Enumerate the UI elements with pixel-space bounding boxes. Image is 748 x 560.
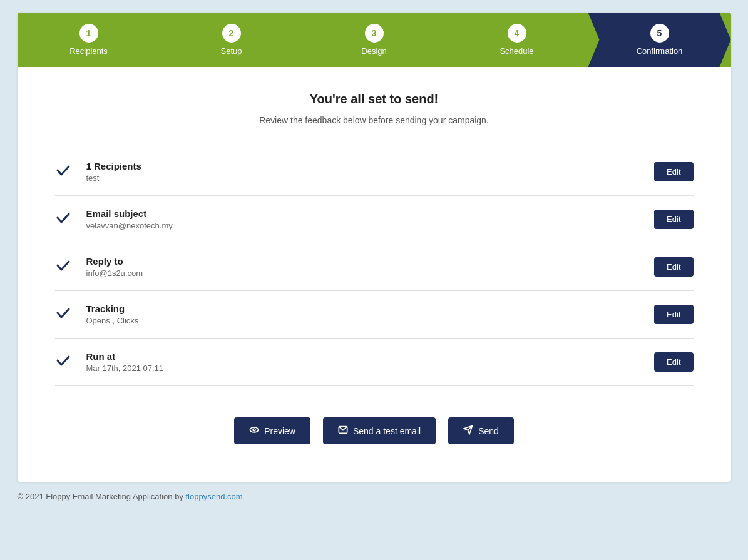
- review-info-5: Run at Mar 17th, 2021 07:11: [86, 351, 655, 373]
- step-2[interactable]: 2 Setup: [160, 13, 303, 67]
- review-section: 1 Recipients test Edit Email subject vel…: [55, 148, 694, 386]
- svg-point-1: [253, 429, 255, 431]
- send-label: Send: [478, 426, 499, 436]
- step-number-1: 1: [79, 24, 98, 43]
- test-email-label: Send a test email: [353, 426, 421, 436]
- step-number-4: 4: [508, 24, 526, 43]
- review-row-5: Run at Mar 17th, 2021 07:11 Edit: [55, 339, 694, 386]
- footer-link[interactable]: floppysend.com: [186, 492, 243, 501]
- check-icon-3: [55, 257, 78, 277]
- review-title-1: 1 Recipients: [86, 161, 655, 171]
- review-sub-5: Mar 17th, 2021 07:11: [86, 364, 655, 373]
- review-info-3: Reply to info@1s2u.com: [86, 256, 655, 278]
- envelope-icon: [338, 425, 348, 437]
- step-label-1: Recipients: [69, 46, 108, 56]
- footer: © 2021 Floppy Email Marketing Applicatio…: [18, 482, 731, 511]
- check-icon-2: [55, 210, 78, 230]
- step-number-3: 3: [365, 24, 384, 43]
- review-sub-4: Opens , Clicks: [86, 316, 655, 325]
- review-info-1: 1 Recipients test: [86, 161, 655, 183]
- review-info-2: Email subject velavvan@nexotech.my: [86, 208, 655, 230]
- send-icon: [463, 425, 473, 437]
- step-label-5: Confirmation: [637, 46, 683, 56]
- footer-text: © 2021 Floppy Email Marketing Applicatio…: [18, 492, 186, 501]
- preview-button[interactable]: Preview: [234, 417, 310, 444]
- check-icon-1: [55, 162, 78, 182]
- step-label-2: Setup: [221, 46, 242, 56]
- review-info-4: Tracking Opens , Clicks: [86, 303, 655, 325]
- review-title-2: Email subject: [86, 208, 655, 219]
- send-button[interactable]: Send: [448, 417, 514, 444]
- check-icon-4: [55, 305, 78, 325]
- step-4[interactable]: 4 Schedule: [446, 13, 588, 67]
- edit-button-5[interactable]: Edit: [654, 352, 693, 372]
- review-sub-1: test: [86, 173, 655, 183]
- review-sub-2: velavvan@nexotech.my: [86, 221, 655, 230]
- review-title-5: Run at: [86, 351, 655, 362]
- edit-button-4[interactable]: Edit: [654, 305, 693, 324]
- step-3[interactable]: 3 Design: [303, 13, 446, 67]
- send-test-email-button[interactable]: Send a test email: [323, 417, 436, 444]
- step-label-3: Design: [361, 46, 386, 56]
- step-5[interactable]: 5 Confirmation: [588, 13, 731, 67]
- content-area: You're all set to send! Review the feedb…: [18, 67, 731, 482]
- stepper: 1 Recipients 2 Setup 3 Design 4 Schedule…: [18, 13, 731, 67]
- eye-icon: [249, 425, 259, 437]
- review-row-3: Reply to info@1s2u.com Edit: [55, 243, 694, 291]
- step-number-2: 2: [222, 24, 241, 43]
- review-row-4: Tracking Opens , Clicks Edit: [55, 291, 694, 339]
- edit-button-2[interactable]: Edit: [654, 210, 693, 229]
- main-container: 1 Recipients 2 Setup 3 Design 4 Schedule…: [18, 13, 731, 482]
- action-buttons: Preview Send a test email: [55, 417, 694, 444]
- step-1[interactable]: 1 Recipients: [18, 13, 160, 67]
- step-label-4: Schedule: [500, 46, 533, 56]
- review-title-4: Tracking: [86, 303, 655, 314]
- page-subtitle: Review the feedback below before sending…: [55, 115, 694, 125]
- edit-button-3[interactable]: Edit: [654, 257, 693, 277]
- preview-label: Preview: [264, 426, 295, 436]
- edit-button-1[interactable]: Edit: [654, 162, 693, 181]
- check-icon-5: [55, 352, 78, 372]
- page-title: You're all set to send!: [55, 92, 694, 106]
- review-row-1: 1 Recipients test Edit: [55, 148, 694, 196]
- step-number-5: 5: [650, 24, 669, 43]
- review-row-2: Email subject velavvan@nexotech.my Edit: [55, 196, 694, 243]
- review-sub-3: info@1s2u.com: [86, 268, 655, 278]
- review-title-3: Reply to: [86, 256, 655, 267]
